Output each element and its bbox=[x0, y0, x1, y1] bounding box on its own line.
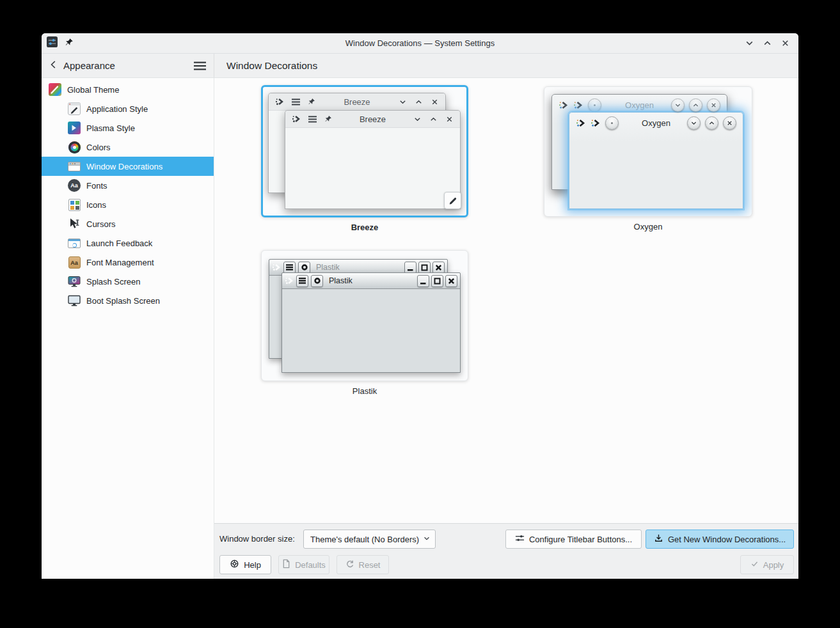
splash-screen-icon bbox=[67, 274, 81, 288]
border-size-value: Theme's default (No Borders) bbox=[310, 535, 419, 544]
document-icon bbox=[282, 559, 290, 570]
theme-card-plastik[interactable]: Plastik bbox=[261, 250, 468, 381]
maximize-icon bbox=[705, 116, 718, 130]
sidebar: Global Theme Application Style Plasma St… bbox=[42, 78, 214, 579]
sidebar-item-label: Boot Splash Screen bbox=[86, 296, 160, 306]
sidebar-item-label: Cursors bbox=[86, 219, 116, 229]
undo-icon bbox=[345, 560, 354, 570]
back-icon[interactable] bbox=[49, 59, 58, 72]
sidebar-item-label: Plasma Style bbox=[86, 123, 135, 133]
maximize-button[interactable] bbox=[763, 38, 772, 48]
font-management-icon bbox=[67, 255, 81, 269]
header-row: Appearance Window Decorations bbox=[42, 54, 798, 78]
sidebar-item-label: Global Theme bbox=[67, 85, 119, 95]
configure-titlebar-buttons-button[interactable]: Configure Titlebar Buttons... bbox=[505, 530, 642, 549]
maximize-icon bbox=[415, 98, 423, 106]
application-style-icon bbox=[67, 102, 81, 116]
close-icon bbox=[445, 115, 454, 123]
sidebar-item-icons[interactable]: Icons bbox=[42, 195, 214, 214]
preview-window-active: Oxygen bbox=[569, 112, 743, 209]
menu-icon[interactable] bbox=[194, 61, 206, 70]
cursors-icon bbox=[67, 217, 81, 231]
get-new-decorations-button[interactable]: Get New Window Decorations... bbox=[646, 530, 794, 549]
sidebar-item-label: Font Management bbox=[86, 258, 154, 267]
preview-title: Plastik bbox=[316, 263, 340, 272]
menu-button bbox=[296, 275, 308, 287]
minimize-icon bbox=[671, 98, 685, 112]
boot-splash-screen-icon bbox=[67, 294, 81, 308]
sidebar-item-label: Colors bbox=[86, 143, 111, 152]
check-icon bbox=[750, 560, 759, 570]
border-size-select[interactable]: Theme's default (No Borders) bbox=[303, 530, 436, 549]
defaults-button[interactable]: Defaults bbox=[278, 555, 329, 574]
sidebar-item-colors[interactable]: Colors bbox=[42, 137, 214, 157]
colors-icon bbox=[67, 140, 81, 154]
apply-button[interactable]: Apply bbox=[740, 555, 794, 574]
main-header: Window Decorations bbox=[214, 54, 798, 77]
sidebar-item-application-style[interactable]: Application Style bbox=[42, 99, 214, 118]
sliders-icon bbox=[515, 533, 525, 545]
sidebar-item-font-management[interactable]: Font Management bbox=[42, 253, 214, 272]
window-titlebar[interactable]: Window Decorations — System Settings bbox=[42, 33, 798, 54]
reset-button[interactable]: Reset bbox=[337, 555, 389, 574]
system-settings-app-icon bbox=[47, 36, 58, 50]
global-theme-icon bbox=[48, 82, 62, 97]
close-icon bbox=[723, 116, 736, 130]
minimize-icon bbox=[413, 115, 422, 123]
sidebar-item-label: Splash Screen bbox=[86, 277, 141, 287]
fonts-icon bbox=[67, 178, 81, 192]
sidebar-item-boot-splash-screen[interactable]: Boot Splash Screen bbox=[42, 291, 214, 310]
theme-name-label: Plastik bbox=[261, 386, 468, 396]
border-size-label: Window border size: bbox=[219, 530, 295, 549]
theme-name-label: Oxygen bbox=[544, 222, 752, 232]
minimize-icon bbox=[404, 262, 416, 274]
close-button[interactable] bbox=[781, 38, 790, 48]
sidebar-item-fonts[interactable]: Fonts bbox=[42, 176, 214, 195]
sidebar-item-label: Launch Feedback bbox=[86, 239, 152, 248]
kde-menu-icon bbox=[285, 276, 294, 285]
menu-button bbox=[283, 262, 296, 274]
maximize-icon bbox=[689, 98, 702, 112]
sidebar-item-launch-feedback[interactable]: Launch Feedback bbox=[42, 233, 214, 253]
theme-card-breeze[interactable]: Breeze bbox=[261, 85, 468, 217]
sidebar-item-splash-screen[interactable]: Splash Screen bbox=[42, 272, 214, 291]
sidebar-item-label: Fonts bbox=[86, 181, 107, 191]
window-title: Window Decorations — System Settings bbox=[42, 38, 798, 48]
preview-window-active: Breeze bbox=[285, 110, 461, 209]
help-button[interactable]: Help bbox=[219, 555, 271, 574]
gear-icon bbox=[298, 262, 310, 274]
kde-menu-icon bbox=[272, 263, 281, 272]
page-title: Window Decorations bbox=[226, 60, 317, 72]
sidebar-item-window-decorations[interactable]: Window Decorations bbox=[42, 157, 214, 176]
sidebar-item-label: Window Decorations bbox=[86, 162, 162, 171]
close-icon bbox=[431, 98, 439, 106]
system-settings-window: Window Decorations — System Settings App… bbox=[42, 33, 798, 579]
help-icon bbox=[230, 559, 239, 570]
close-icon bbox=[445, 275, 457, 287]
window-decorations-icon bbox=[67, 159, 81, 173]
icons-icon bbox=[67, 198, 81, 212]
launch-feedback-icon bbox=[67, 236, 81, 250]
sidebar-item-plasma-style[interactable]: Plasma Style bbox=[42, 118, 214, 137]
gear-icon bbox=[311, 275, 323, 287]
minimize-icon bbox=[417, 275, 429, 287]
theme-grid: Breeze bbox=[214, 78, 798, 523]
breadcrumb[interactable]: Appearance bbox=[63, 60, 115, 71]
chevron-down-icon bbox=[423, 535, 431, 544]
maximize-icon bbox=[431, 275, 443, 287]
maximize-icon bbox=[418, 262, 431, 274]
pin-icon[interactable] bbox=[65, 38, 74, 49]
minimize-icon bbox=[687, 116, 701, 130]
close-icon bbox=[432, 262, 445, 274]
minimize-button[interactable] bbox=[745, 38, 754, 48]
preview-title: Plastik bbox=[329, 276, 353, 285]
theme-card-oxygen[interactable]: Oxygen bbox=[544, 86, 752, 217]
close-icon bbox=[707, 98, 720, 112]
sidebar-item-cursors[interactable]: Cursors bbox=[42, 214, 214, 233]
theme-name-label: Breeze bbox=[261, 223, 468, 232]
edit-theme-button[interactable] bbox=[444, 192, 461, 209]
sidebar-item-label: Application Style bbox=[86, 104, 148, 114]
preview-window-active: Plastik bbox=[281, 272, 461, 373]
sidebar-item-global-theme[interactable]: Global Theme bbox=[42, 80, 214, 99]
sidebar-header: Appearance bbox=[42, 54, 214, 77]
